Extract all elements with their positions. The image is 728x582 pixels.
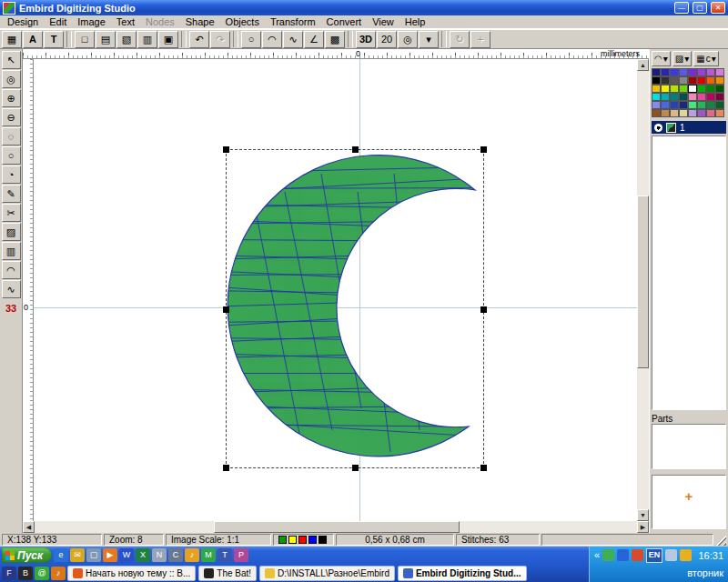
menu-text[interactable]: Text bbox=[111, 15, 140, 28]
palette-color[interactable] bbox=[679, 68, 688, 76]
palette-color[interactable] bbox=[661, 101, 670, 109]
zoom-button[interactable]: ◎ bbox=[398, 31, 418, 48]
tray-collapse-icon[interactable]: « bbox=[594, 549, 600, 561]
quicklaunch-messenger-icon[interactable]: M bbox=[201, 548, 216, 562]
palette-color[interactable] bbox=[670, 101, 679, 109]
palette-color[interactable] bbox=[688, 101, 697, 109]
language-indicator[interactable]: EN bbox=[646, 548, 662, 563]
palette-color[interactable] bbox=[706, 68, 715, 76]
parts-panel[interactable] bbox=[652, 424, 726, 469]
palette-color[interactable] bbox=[652, 93, 661, 101]
menu-view[interactable]: View bbox=[367, 15, 399, 28]
menu-shape[interactable]: Shape bbox=[180, 15, 220, 28]
parameters-button[interactable]: ▾ bbox=[419, 31, 439, 48]
palette-color[interactable] bbox=[679, 109, 688, 117]
palette-color[interactable] bbox=[661, 85, 670, 93]
palette-color[interactable] bbox=[661, 76, 670, 85]
taskbar-icq-icon[interactable]: @ bbox=[35, 567, 49, 580]
palette-color[interactable] bbox=[661, 93, 670, 101]
tray-scheduler-icon[interactable] bbox=[680, 549, 692, 561]
palette-color[interactable] bbox=[715, 68, 724, 76]
task-button[interactable]: The Bat! bbox=[198, 566, 257, 581]
palette-color[interactable] bbox=[688, 85, 697, 93]
quicklaunch-word-icon[interactable]: W bbox=[119, 548, 134, 562]
magnify-minus-tool[interactable]: ⊖ bbox=[2, 108, 21, 126]
select-tool[interactable]: ↖ bbox=[2, 51, 21, 69]
scroll-up-icon[interactable]: ▲ bbox=[637, 59, 649, 71]
task-button[interactable]: Начать новую тему :: В... bbox=[67, 566, 196, 581]
thread-catalog-combo[interactable]: ▦ c ▾ bbox=[693, 51, 718, 66]
palette-color[interactable] bbox=[715, 76, 724, 85]
ellipse-button[interactable]: ○ bbox=[241, 31, 261, 48]
ellipse-tool[interactable]: ○ bbox=[2, 146, 21, 165]
menu-edit[interactable]: Edit bbox=[44, 15, 72, 28]
taskbar-far-icon[interactable]: F bbox=[2, 567, 16, 580]
palette-color[interactable] bbox=[697, 76, 706, 85]
palette-color[interactable] bbox=[652, 101, 661, 109]
palette-color[interactable] bbox=[670, 109, 679, 117]
quicklaunch-winamp-icon[interactable]: ♪ bbox=[185, 548, 199, 562]
stitch-density-button[interactable]: 20 bbox=[377, 31, 397, 48]
quicklaunch-excel-icon[interactable]: X bbox=[136, 548, 150, 562]
quicklaunch-ie-icon[interactable]: e bbox=[54, 548, 68, 562]
menu-help[interactable]: Help bbox=[399, 15, 431, 28]
knife-tool[interactable]: ✂ bbox=[2, 204, 21, 222]
outline-style-combo[interactable]: ◠ ▾ bbox=[652, 51, 671, 66]
palette-color[interactable] bbox=[652, 68, 661, 76]
palette-color[interactable] bbox=[661, 109, 670, 117]
taskbar-winamp-icon[interactable]: ♪ bbox=[51, 567, 66, 580]
new-button[interactable]: □ bbox=[75, 31, 95, 48]
open-button[interactable]: ▤ bbox=[96, 31, 116, 48]
palette-color[interactable] bbox=[715, 101, 724, 109]
palette-color[interactable] bbox=[652, 109, 661, 117]
palette-color[interactable] bbox=[697, 85, 706, 93]
palette-color[interactable] bbox=[697, 101, 706, 109]
horizontal-scrollbar[interactable]: ◀ ▶ bbox=[23, 521, 649, 533]
quicklaunch-paint-icon[interactable]: P bbox=[234, 548, 248, 562]
tray-update-icon[interactable] bbox=[632, 549, 643, 561]
export-button[interactable]: ▣ bbox=[158, 31, 178, 48]
tray-volume-icon[interactable] bbox=[665, 549, 677, 561]
maximize-button[interactable]: ▢ bbox=[693, 2, 707, 14]
close-button[interactable]: ✕ bbox=[711, 2, 725, 14]
menu-objects[interactable]: Objects bbox=[220, 15, 265, 28]
selection-handle[interactable] bbox=[480, 306, 487, 313]
palette-color[interactable] bbox=[679, 85, 688, 93]
vertical-scrollbar[interactable]: ▲ ▼ bbox=[637, 59, 649, 521]
tray-network-icon[interactable] bbox=[617, 549, 629, 561]
selection-box[interactable] bbox=[226, 149, 484, 468]
task-button[interactable]: D:\INSTALL\Разное\Embird bbox=[259, 566, 395, 581]
selection-handle[interactable] bbox=[352, 465, 359, 471]
arc-button[interactable]: ◠ bbox=[262, 31, 282, 48]
curve-button[interactable]: ∿ bbox=[283, 31, 303, 48]
taskbar-bat-icon[interactable]: B bbox=[18, 567, 33, 580]
selection-handle[interactable] bbox=[480, 465, 487, 471]
palette-color[interactable] bbox=[706, 101, 715, 109]
palette-color[interactable] bbox=[652, 85, 661, 93]
selection-handle[interactable] bbox=[223, 146, 229, 153]
lettering-button[interactable]: A bbox=[23, 31, 43, 48]
selection-handle[interactable] bbox=[223, 306, 229, 313]
quicklaunch-media-icon[interactable]: ▶ bbox=[103, 548, 117, 562]
zoom-tool[interactable]: ◎ bbox=[2, 70, 21, 88]
menu-convert[interactable]: Convert bbox=[321, 15, 368, 28]
view-3d-button[interactable]: 3D bbox=[356, 31, 376, 48]
design-canvas[interactable] bbox=[34, 59, 637, 521]
palette-color[interactable] bbox=[670, 85, 679, 93]
scroll-right-icon[interactable]: ▶ bbox=[637, 521, 649, 533]
palette-color[interactable] bbox=[715, 93, 724, 101]
quicklaunch-desktop-icon[interactable]: ▢ bbox=[86, 548, 101, 562]
selection-handle[interactable] bbox=[223, 465, 229, 471]
preview-panel[interactable]: + bbox=[652, 475, 726, 529]
horizontal-scroll-thumb[interactable] bbox=[214, 521, 460, 533]
visibility-eye-icon[interactable] bbox=[654, 124, 662, 132]
palette-color[interactable] bbox=[679, 101, 688, 109]
palette-color[interactable] bbox=[670, 76, 679, 85]
palette-color[interactable] bbox=[688, 68, 697, 76]
grid-button[interactable]: ▩ bbox=[325, 31, 345, 48]
task-button[interactable]: Embird Digitizing Stud... bbox=[398, 566, 527, 581]
palette-color[interactable] bbox=[670, 68, 679, 76]
palette-color[interactable] bbox=[715, 109, 724, 117]
quicklaunch-notepad-icon[interactable]: N bbox=[152, 548, 167, 562]
palette-color[interactable] bbox=[652, 76, 661, 85]
